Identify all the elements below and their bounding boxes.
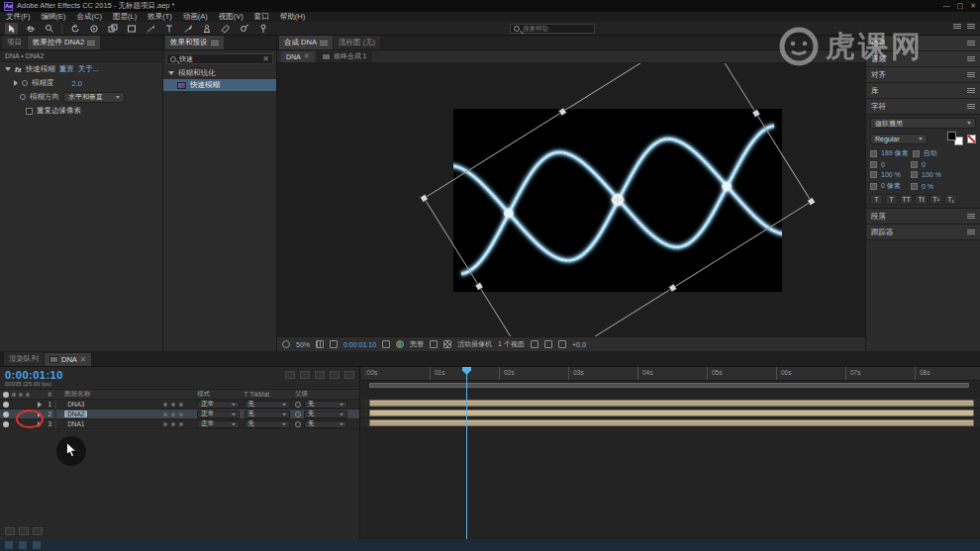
tab-effect-controls[interactable]: 效果控件 DNA2 xyxy=(28,36,100,49)
panel-menu-icon[interactable] xyxy=(967,41,975,46)
panel-menu-icon[interactable] xyxy=(211,41,219,46)
layer-row-dna1[interactable]: 3 DNA1 正常 无 无 xyxy=(0,419,359,429)
tab-composition[interactable]: 合成 DNA xyxy=(279,36,333,49)
menu-effect[interactable]: 效果(T) xyxy=(147,12,172,22)
layer-row-dna3[interactable]: 1 DNA3 正常 无 无 xyxy=(0,400,359,410)
pick-whip-icon[interactable] xyxy=(295,412,301,417)
expand-icon[interactable] xyxy=(14,80,18,86)
taskbar-icon[interactable] xyxy=(33,541,41,549)
tab-project[interactable]: 项目 xyxy=(2,36,27,49)
layer-name[interactable]: DNA3 xyxy=(64,401,87,408)
tracking-value[interactable]: 0 xyxy=(922,161,947,168)
layer-name[interactable]: DNA2 xyxy=(64,411,87,417)
layer-row-dna2[interactable]: 2 DNA2 正常 无 无 xyxy=(0,410,359,419)
reset-button[interactable]: 重置 xyxy=(59,64,74,74)
panel-menu-icon[interactable] xyxy=(967,214,975,219)
minimize-icon[interactable]: — xyxy=(943,2,950,10)
viewer-tab-final-comp[interactable]: 最终合成 1 xyxy=(317,51,372,62)
mask-visibility-icon[interactable] xyxy=(330,340,338,348)
column-layer-name[interactable]: 图层名称 xyxy=(64,390,148,399)
graph-editor-icon[interactable] xyxy=(344,371,354,379)
layer-duration-bar[interactable] xyxy=(369,410,974,416)
no-stroke-swatch[interactable] xyxy=(967,135,976,143)
effects-item-row[interactable]: 快速模糊 xyxy=(163,79,276,91)
panel-audio[interactable]: 音频 xyxy=(866,51,980,67)
menu-animation[interactable]: 动画(A) xyxy=(183,12,208,22)
font-style-dropdown[interactable]: Regular xyxy=(870,134,928,144)
baseline-shift-value[interactable]: 0 像素 xyxy=(881,181,907,191)
text-tool-icon[interactable] xyxy=(162,23,175,35)
subscript-button[interactable]: T₁ xyxy=(944,194,957,205)
panel-menu-icon[interactable] xyxy=(967,24,975,29)
layer-name[interactable]: DNA1 xyxy=(64,420,87,427)
layer-duration-bar[interactable] xyxy=(369,400,974,407)
motion-blur-icon[interactable] xyxy=(330,371,340,379)
effects-search-input[interactable] xyxy=(179,55,259,62)
expand-in-out-icon[interactable] xyxy=(33,527,43,535)
close-icon[interactable]: ✕ xyxy=(304,52,310,60)
fast-preview-icon[interactable] xyxy=(544,340,552,348)
trkmat-dropdown[interactable]: 无 xyxy=(245,420,290,428)
work-area-bar[interactable] xyxy=(369,383,969,388)
playhead-line[interactable] xyxy=(466,367,467,539)
shape-tool-icon[interactable] xyxy=(125,23,138,35)
column-mode[interactable]: 模式 xyxy=(197,390,244,399)
blur-direction-dropdown[interactable]: 水平和垂直 xyxy=(63,92,125,103)
blurriness-value[interactable]: 2.0 xyxy=(72,79,82,88)
eraser-tool-icon[interactable] xyxy=(219,23,232,35)
tab-timeline-dna[interactable]: DNA✕ xyxy=(45,353,91,366)
timeline-timecode[interactable]: 0:00:01:10 xyxy=(5,369,63,381)
snapshot-icon[interactable] xyxy=(382,340,390,348)
maximize-icon[interactable]: ▢ xyxy=(957,2,964,10)
parent-dropdown[interactable]: 无 xyxy=(304,420,347,428)
panel-tracker[interactable]: 跟踪器 xyxy=(866,225,980,240)
vertical-scale-value[interactable]: 100 % xyxy=(881,171,907,178)
panel-align[interactable]: 对齐 xyxy=(866,67,980,83)
zoom-tool-icon[interactable] xyxy=(43,23,55,35)
selection-tool-icon[interactable] xyxy=(5,23,18,35)
panel-menu-icon[interactable] xyxy=(967,230,975,234)
help-search-box[interactable]: 搜索帮助 xyxy=(510,24,595,34)
puppet-pin-tool-icon[interactable] xyxy=(256,23,269,35)
panel-menu-icon[interactable] xyxy=(320,41,328,46)
roto-brush-tool-icon[interactable] xyxy=(238,23,250,35)
panel-menu-icon[interactable] xyxy=(967,56,975,61)
horizontal-scale-value[interactable]: 100 % xyxy=(922,171,947,178)
panel-info[interactable]: 信息 xyxy=(866,36,980,51)
eye-icon[interactable] xyxy=(3,412,9,417)
menu-help[interactable]: 帮助(H) xyxy=(280,12,305,22)
column-number[interactable]: # xyxy=(45,391,54,398)
taskbar-icon[interactable] xyxy=(19,541,27,549)
label-color-chip[interactable] xyxy=(54,419,56,428)
label-color-chip[interactable] xyxy=(54,410,56,418)
superscript-button[interactable]: T¹ xyxy=(930,194,942,205)
menu-window[interactable]: 窗口 xyxy=(254,12,269,22)
effect-name[interactable]: 快速模糊 xyxy=(26,64,55,74)
pen-tool-icon[interactable] xyxy=(144,23,156,35)
parent-dropdown[interactable]: 无 xyxy=(304,401,347,409)
trkmat-dropdown[interactable]: 无 xyxy=(245,411,290,418)
fill-color-swatch[interactable] xyxy=(947,132,956,140)
workspace-menu-icon[interactable] xyxy=(953,24,961,29)
draft-3d-icon[interactable] xyxy=(300,371,310,379)
expand-layer-switches-icon[interactable] xyxy=(5,527,15,535)
panel-menu-icon[interactable] xyxy=(967,88,975,93)
rotation-tool-icon[interactable] xyxy=(68,23,81,35)
close-icon[interactable]: ✕ xyxy=(970,2,976,10)
menu-composition[interactable]: 合成(C) xyxy=(77,12,102,22)
frame-blending-icon[interactable] xyxy=(315,371,325,379)
repeat-edge-checkbox[interactable] xyxy=(26,108,33,115)
pixel-aspect-icon[interactable] xyxy=(531,340,539,348)
pick-whip-icon[interactable] xyxy=(295,421,301,427)
channel-icon[interactable] xyxy=(396,340,404,348)
expand-icon[interactable] xyxy=(38,402,42,408)
close-icon[interactable]: ✕ xyxy=(80,355,86,364)
composition-viewer[interactable] xyxy=(277,63,865,336)
panel-menu-icon[interactable] xyxy=(967,72,975,77)
panel-menu-icon[interactable] xyxy=(87,41,95,46)
proportional-spacing-value[interactable]: 0 % xyxy=(922,183,947,190)
eye-icon[interactable] xyxy=(3,402,9,408)
camera-tool-icon[interactable] xyxy=(87,23,100,35)
brush-tool-icon[interactable] xyxy=(181,23,194,35)
clear-search-icon[interactable]: ✕ xyxy=(262,54,269,63)
